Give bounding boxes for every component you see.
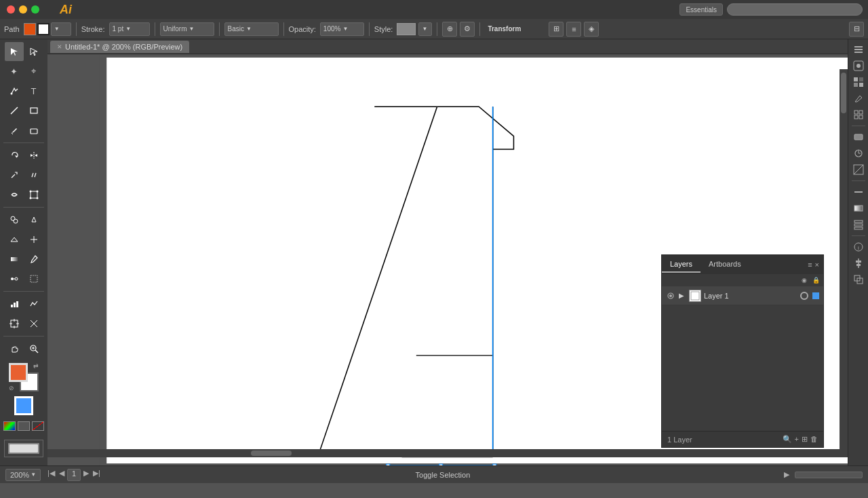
eraser-tool[interactable] — [24, 121, 43, 140]
canvas-preview-btn[interactable] — [4, 440, 43, 457]
canvas-area[interactable]: ✕ Untitled-1* @ 200% (RGB/Preview) — [47, 39, 848, 465]
gradient-mode-btn[interactable] — [18, 421, 30, 431]
brush-type-dropdown[interactable]: Basic ▼ — [224, 22, 279, 36]
color-mode-btn[interactable] — [3, 421, 16, 431]
pathfinder-icon[interactable]: ◈ — [584, 22, 599, 37]
arrange-icon[interactable]: ⊞ — [549, 22, 564, 37]
fill-color-swatch[interactable] — [24, 23, 36, 35]
live-trace-tool[interactable] — [24, 269, 43, 288]
active-fill-swatch[interactable] — [14, 396, 33, 415]
align-panel-icon[interactable] — [851, 256, 866, 271]
layer-expand-arrow[interactable]: ▶ — [677, 292, 686, 299]
tab-layers[interactable]: Layers — [662, 256, 701, 273]
layer-target-circle[interactable] — [797, 292, 811, 300]
panel-collapse-icon[interactable]: × — [815, 261, 819, 269]
reflect-tool[interactable] — [24, 146, 43, 165]
workspace-selector[interactable]: Essentials — [679, 3, 723, 16]
rect-tool[interactable] — [24, 101, 43, 120]
layer-visibility-toggle[interactable] — [665, 290, 677, 302]
symbols-icon[interactable] — [851, 107, 866, 122]
fill-box[interactable] — [9, 363, 28, 382]
document-tab[interactable]: ✕ Untitled-1* @ 200% (RGB/Preview) — [50, 41, 189, 53]
tool-sep-2 — [3, 207, 44, 208]
style-swatch[interactable] — [397, 23, 416, 35]
shear-tool[interactable] — [24, 166, 43, 185]
gradient-tool[interactable] — [5, 250, 24, 269]
last-page-btn[interactable]: ▶| — [92, 469, 102, 481]
hand-tool[interactable] — [5, 339, 24, 358]
close-button[interactable] — [7, 5, 15, 14]
stroke-type-dropdown[interactable]: Uniform ▼ — [160, 22, 214, 36]
color-icon[interactable] — [851, 58, 866, 73]
pen-tool[interactable] — [5, 81, 24, 100]
perspective-tool[interactable] — [5, 230, 24, 249]
minimize-button[interactable] — [19, 5, 27, 14]
search-input[interactable] — [727, 3, 863, 16]
slice-tool[interactable] — [24, 314, 43, 333]
fill-dropdown[interactable]: ▼ — [51, 22, 71, 36]
layers-panel-icon[interactable] — [851, 217, 866, 232]
panel-menu-icon[interactable]: ≡ — [808, 261, 812, 269]
info-panel-icon[interactable]: i — [851, 240, 866, 254]
eyedropper-tool[interactable] — [24, 250, 43, 269]
graphic-styles-icon[interactable] — [851, 130, 866, 145]
first-page-btn[interactable]: |◀ — [46, 469, 56, 481]
none-mode-btn[interactable] — [32, 421, 44, 431]
opacity-dropdown[interactable]: 100% ▼ — [320, 22, 364, 36]
none-swatch-icon[interactable]: ⊘ — [9, 385, 14, 391]
pencil-tool[interactable] — [5, 121, 24, 140]
swap-fill-stroke-icon[interactable]: ⇄ — [33, 363, 39, 369]
vertical-scrollbar[interactable] — [840, 69, 848, 457]
magic-wand-tool[interactable]: ✦ — [5, 62, 24, 81]
tab-close-icon[interactable]: ✕ — [57, 43, 62, 50]
settings-icon[interactable]: ⚙ — [460, 22, 475, 37]
appearance-icon[interactable] — [851, 146, 866, 161]
stroke-color-swatch[interactable] — [37, 23, 50, 35]
shape-builder-tool[interactable] — [5, 210, 24, 229]
tab-artboards[interactable]: Artboards — [701, 256, 749, 273]
free-transform-tool[interactable] — [24, 185, 43, 204]
lasso-tool[interactable]: ⌖ — [24, 62, 43, 81]
stroke-weight-dropdown[interactable]: 1 pt ▼ — [109, 22, 150, 36]
warp-tool[interactable] — [5, 185, 24, 204]
zoom-tool[interactable] — [24, 339, 43, 358]
transparency-icon[interactable] — [851, 162, 866, 177]
brushes-icon[interactable] — [851, 91, 866, 106]
stroke-panel-icon[interactable] — [851, 185, 866, 199]
align-icon[interactable]: ≡ — [566, 22, 581, 37]
prev-page-btn[interactable]: ◀ — [58, 469, 66, 481]
column-chart-tool[interactable] — [5, 294, 24, 313]
vertical-scrollbar-thumb[interactable] — [841, 73, 846, 113]
properties-icon[interactable] — [851, 42, 866, 57]
transform-dropdown[interactable]: Transform — [485, 22, 546, 36]
maximize-button[interactable] — [31, 5, 39, 14]
page-number[interactable]: 1 — [67, 469, 81, 481]
style-dropdown[interactable]: ▼ — [418, 22, 432, 36]
link-icon[interactable]: ⊕ — [442, 22, 457, 37]
next-page-btn[interactable]: ▶ — [82, 469, 90, 481]
mesh-tool[interactable] — [24, 230, 43, 249]
pathfinder-panel-icon[interactable] — [851, 272, 866, 287]
horizontal-scrollbar-thumb[interactable] — [251, 451, 292, 456]
move-to-layer-icon[interactable]: ⊞ — [802, 435, 808, 444]
scale-tool[interactable] — [5, 166, 24, 185]
zoom-indicator[interactable]: 200% ▼ — [5, 469, 41, 481]
artboard-tool[interactable] — [5, 314, 24, 333]
line-chart-tool[interactable] — [24, 294, 43, 313]
new-layer-icon[interactable]: + — [795, 435, 799, 444]
horizontal-scrollbar[interactable] — [47, 449, 840, 457]
search-layers-icon[interactable]: 🔍 — [783, 435, 792, 444]
direct-selection-tool[interactable] — [24, 42, 43, 61]
layer-name[interactable]: Layer 1 — [704, 292, 797, 300]
blend-tool[interactable] — [5, 269, 24, 288]
delete-layer-icon[interactable]: 🗑 — [810, 435, 818, 444]
play-icon[interactable]: ▶ — [784, 470, 789, 479]
swatches-icon[interactable] — [851, 75, 866, 90]
arrange-right-icon[interactable]: ⊟ — [849, 22, 864, 37]
rotate-tool[interactable] — [5, 146, 24, 165]
live-paint-tool[interactable] — [24, 210, 43, 229]
selection-tool[interactable] — [5, 42, 24, 61]
gradient-panel-icon[interactable] — [851, 201, 866, 216]
text-tool[interactable]: T — [24, 81, 43, 100]
line-tool[interactable] — [5, 101, 24, 120]
